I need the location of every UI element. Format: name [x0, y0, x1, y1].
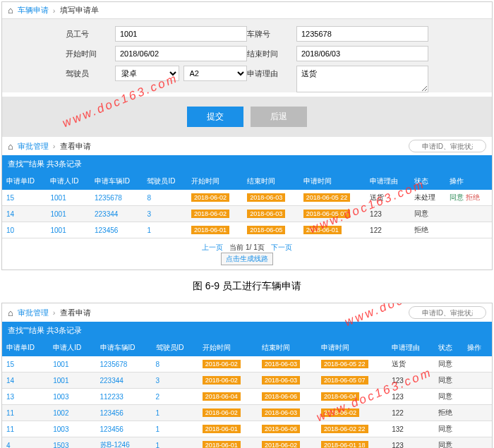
applicant-link[interactable]: 1002: [53, 409, 68, 417]
chevron-right-icon: ›: [53, 6, 56, 15]
end-time-badge: 2018-06-05: [247, 226, 285, 234]
end-time-badge: 2018-06-03: [262, 408, 300, 417]
applicant-link[interactable]: 1001: [50, 194, 66, 202]
apply-id-link[interactable]: 11: [6, 425, 14, 433]
search-input-2[interactable]: [409, 306, 486, 319]
end-date-field[interactable]: [296, 46, 428, 61]
start-time-badge: 2018-06-02: [203, 408, 241, 417]
table-row: 10100112345612018-06-012018-06-052018-06…: [2, 222, 492, 238]
back-button[interactable]: 后退: [251, 107, 307, 127]
vehicle-link[interactable]: 1235678: [100, 361, 128, 368]
vehicle-link[interactable]: 1235678: [95, 194, 122, 202]
driver-link[interactable]: 1: [147, 226, 151, 234]
status-cell: 拒绝: [410, 222, 445, 238]
col-header: 申请车辆ID: [90, 173, 143, 190]
driver-link[interactable]: 2: [156, 393, 160, 401]
col-header: 状态: [410, 173, 445, 190]
reason-cell: 送货: [366, 190, 409, 206]
applicant-link[interactable]: 1003: [53, 425, 68, 433]
home-icon[interactable]: ⌂: [8, 5, 13, 16]
vehicle-link[interactable]: 苏B-1246: [100, 441, 130, 448]
bc-approve-mgmt[interactable]: 审批管理: [18, 141, 49, 152]
apply-id-link[interactable]: 15: [6, 361, 14, 368]
applicant-link[interactable]: 1001: [53, 377, 68, 385]
apply-id-link[interactable]: 15: [6, 194, 14, 202]
plate-field[interactable]: [296, 26, 428, 42]
applicant-link[interactable]: 1503: [53, 442, 68, 449]
figure-caption-1: 图 6-9 员工进行车辆申请: [0, 272, 494, 301]
search-box-2: [409, 306, 486, 319]
result-header-2: 查找""结果 共3条记录: [2, 322, 492, 339]
vehicle-link[interactable]: 123456: [100, 425, 124, 433]
applicant-link[interactable]: 1001: [50, 226, 66, 234]
start-time-badge: 2018-06-04: [203, 392, 241, 401]
apply-time-badge: 2018-06-01 18: [321, 441, 368, 448]
table-row: 151001123567882018-06-022018-06-032018-0…: [2, 190, 492, 206]
driver-link[interactable]: 1: [156, 425, 160, 433]
driver-link[interactable]: 8: [156, 361, 160, 368]
driver-link[interactable]: 1: [156, 442, 160, 449]
label-plate: 车牌号: [247, 26, 296, 40]
end-time-badge: 2018-06-03: [262, 376, 300, 385]
apply-id-link[interactable]: 14: [6, 377, 14, 385]
vehicle-link[interactable]: 123456: [95, 226, 118, 234]
driver-link[interactable]: 8: [147, 194, 151, 202]
reason-cell: 123: [387, 373, 434, 389]
status-cell: 未处理: [410, 190, 445, 206]
chevron-right-icon: ›: [53, 308, 56, 317]
gen-route-button[interactable]: 点击生成线路: [221, 253, 273, 265]
end-time-badge: 2018-06-03: [247, 210, 285, 218]
bc-vehicle-apply[interactable]: 车辆申请: [18, 5, 49, 16]
applicant-link[interactable]: 1001: [50, 210, 66, 218]
vehicle-link[interactable]: 112233: [100, 393, 124, 401]
col-header: 状态: [434, 339, 463, 356]
driver-link[interactable]: 1: [156, 409, 160, 417]
search-input[interactable]: [409, 140, 486, 152]
start-time-badge: 2018-06-02: [191, 193, 229, 202]
bc-approve-mgmt-2[interactable]: 审批管理: [18, 308, 49, 318]
end-time-badge: 2018-06-06: [262, 392, 300, 401]
submit-button[interactable]: 提交: [187, 107, 243, 127]
col-header: 申请单ID: [2, 173, 46, 190]
vehicle-link[interactable]: 123456: [100, 409, 124, 417]
reason-cell: 123: [387, 437, 434, 449]
apply-time-badge: 2018-06-04: [321, 392, 359, 401]
vehicle-link[interactable]: 223344: [100, 377, 124, 385]
driver-name-select[interactable]: 梁卓: [115, 66, 179, 81]
apply-table: 申请单ID申请人ID申请车辆ID驾驶员ID开始时间结束时间申请时间申请理由状态操…: [2, 173, 492, 238]
end-time-badge: 2018-06-03: [262, 360, 300, 368]
start-date-field[interactable]: [115, 46, 247, 61]
apply-id-link[interactable]: 10: [6, 226, 14, 234]
button-bar: 提交 后退: [2, 97, 492, 137]
status-cell: 同意: [434, 373, 463, 389]
status-cell: 同意: [410, 206, 445, 222]
reason-field[interactable]: 送货: [296, 66, 428, 92]
driver-license-select[interactable]: A2: [183, 66, 248, 81]
agree-link[interactable]: 同意: [450, 193, 464, 201]
driver-link[interactable]: 3: [156, 377, 160, 385]
reject-link[interactable]: 拒绝: [466, 193, 480, 201]
apply-time-badge: 2018-06-05 22: [321, 360, 368, 368]
apply-id-link[interactable]: 13: [6, 393, 14, 401]
col-header: 操作: [445, 173, 492, 190]
apply-time-badge: 2018-06-02: [321, 408, 359, 417]
label-start: 开始时间: [66, 46, 115, 59]
applicant-link[interactable]: 1003: [53, 393, 68, 401]
next-page[interactable]: 下一页: [271, 243, 292, 253]
home-icon[interactable]: ⌂: [8, 141, 13, 152]
col-header: 申请时间: [299, 173, 366, 190]
status-cell: 同意: [434, 421, 463, 437]
home-icon[interactable]: ⌂: [8, 308, 13, 318]
emp-field[interactable]: [115, 26, 247, 42]
apply-id-link[interactable]: 4: [6, 442, 11, 449]
prev-page[interactable]: 上一页: [202, 243, 223, 253]
col-header: 申请人ID: [46, 173, 90, 190]
applicant-link[interactable]: 1001: [53, 361, 68, 368]
table-row: 11100212345612018-06-022018-06-032018-06…: [2, 405, 492, 421]
apply-id-link[interactable]: 14: [6, 210, 14, 218]
vehicle-link[interactable]: 223344: [95, 210, 118, 218]
status-cell: 同意: [434, 389, 463, 405]
driver-link[interactable]: 3: [147, 210, 151, 218]
apply-id-link[interactable]: 11: [6, 409, 14, 417]
start-time-badge: 2018-06-01: [203, 425, 241, 433]
